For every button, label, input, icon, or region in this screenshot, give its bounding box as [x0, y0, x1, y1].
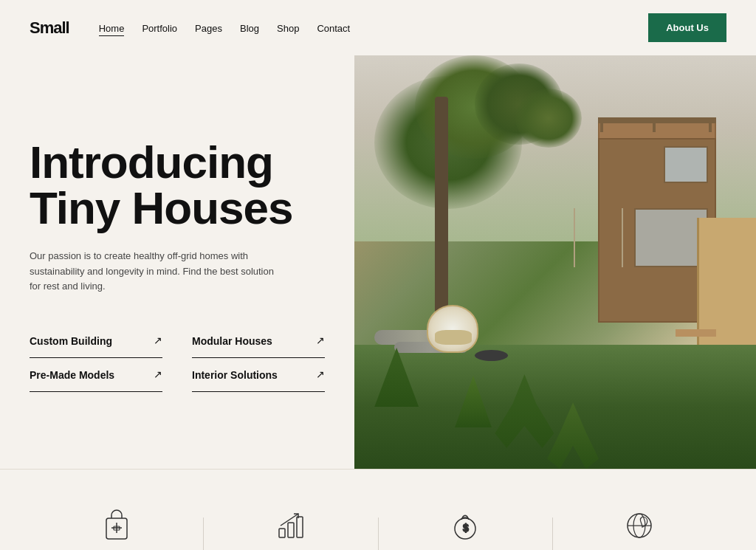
- arrow-icon: ↗: [316, 368, 325, 381]
- hero-content: Introducing Tiny Houses Our passion is t…: [0, 55, 354, 469]
- arrow-icon: ↗: [316, 334, 325, 347]
- innovative-svg: [99, 508, 134, 543]
- link-label: Custom Building: [30, 335, 112, 347]
- innovative-icon: [97, 506, 136, 545]
- nav-links: Home Portfolio Pages Blog Shop Contact: [99, 21, 649, 35]
- link-interior-solutions[interactable]: Interior Solutions ↗: [192, 358, 325, 392]
- nav-home[interactable]: Home: [99, 23, 125, 36]
- hero-section: Introducing Tiny Houses Our passion is t…: [0, 55, 756, 469]
- affordable-icon: $: [446, 506, 484, 545]
- svg-rect-6: [297, 517, 303, 537]
- logo: Small: [30, 18, 69, 38]
- navbar: Small Home Portfolio Pages Blog Shop Con…: [0, 0, 756, 55]
- svg-text:$: $: [463, 522, 469, 534]
- about-button[interactable]: About Us: [648, 13, 726, 42]
- affordable-svg: $: [447, 508, 483, 543]
- nav-blog[interactable]: Blog: [240, 23, 259, 34]
- hero-description: Our passion is to create healthy off-gri…: [30, 249, 281, 295]
- feature-affordable: $ Affordable Natus error sit voluptatem …: [379, 506, 552, 550]
- link-label: Pre-Made Models: [30, 369, 114, 381]
- feature-eco-friendly: Eco-Friendly Natus error sit voluptatem …: [553, 506, 726, 550]
- arrow-icon: ↗: [154, 334, 162, 347]
- nav-pages[interactable]: Pages: [195, 23, 222, 34]
- arrow-icon: ↗: [154, 368, 162, 381]
- house-scene: [354, 55, 756, 469]
- link-custom-building[interactable]: Custom Building ↗: [30, 324, 162, 358]
- link-modular-houses[interactable]: Modular Houses ↗: [192, 324, 325, 358]
- features-section: Innovative Natus error sit voluptatem ac…: [0, 469, 756, 550]
- nav-portfolio[interactable]: Portfolio: [142, 23, 177, 34]
- scalable-svg: [273, 508, 309, 543]
- feature-innovative: Innovative Natus error sit voluptatem ac…: [30, 506, 203, 550]
- link-premade-models[interactable]: Pre-Made Models ↗: [30, 358, 162, 392]
- hero-title: Introducing Tiny Houses: [30, 140, 325, 231]
- scalable-icon: [272, 506, 310, 545]
- link-label: Modular Houses: [192, 335, 272, 347]
- eco-friendly-icon: [620, 506, 659, 545]
- feature-scalable: Scalable Natus error sit voluptatem accu…: [204, 506, 377, 550]
- eco-svg: [622, 508, 657, 543]
- hero-links: Custom Building ↗ Modular Houses ↗ Pre-M…: [30, 324, 325, 392]
- svg-rect-4: [279, 529, 285, 537]
- hero-image: [354, 55, 756, 469]
- nav-contact[interactable]: Contact: [317, 23, 350, 34]
- svg-rect-5: [288, 523, 294, 537]
- nav-shop[interactable]: Shop: [277, 23, 299, 34]
- link-label: Interior Solutions: [192, 369, 278, 381]
